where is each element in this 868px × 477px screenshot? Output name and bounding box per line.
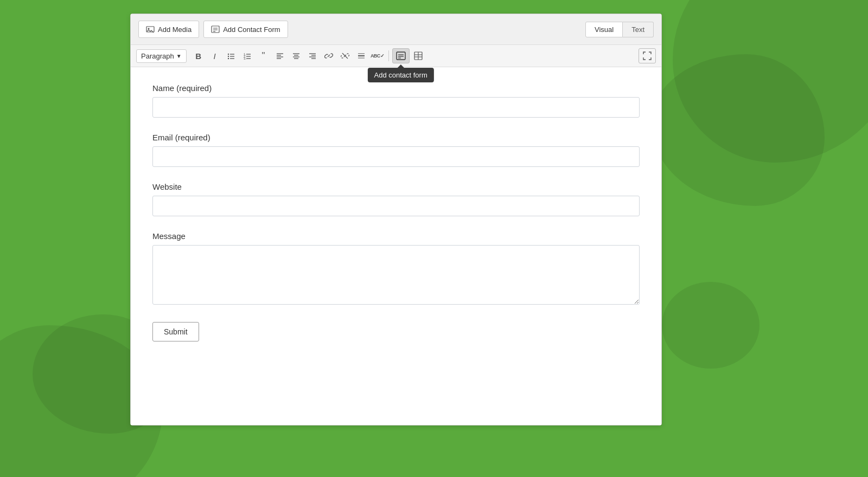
message-field-group: Message [152, 231, 640, 307]
svg-point-10 [227, 58, 228, 59]
contact-form-toolbar-button[interactable] [392, 48, 410, 63]
italic-button[interactable]: I [207, 48, 222, 63]
bg-decoration-5 [662, 282, 760, 369]
align-left-button[interactable] [272, 48, 288, 63]
name-field-group: Name (required) [152, 83, 640, 118]
unlink-button[interactable] [337, 48, 353, 63]
top-toolbar: Add Media Add Contact Form Visual Text [131, 14, 661, 45]
add-media-label: Add Media [158, 25, 192, 34]
editor-tabs: Visual Text [585, 22, 654, 37]
website-input[interactable] [152, 196, 640, 216]
website-field-group: Website [152, 182, 640, 216]
bg-decoration-2 [651, 54, 825, 206]
proofread-button[interactable]: ABC✓ [370, 48, 385, 63]
message-textarea[interactable] [152, 245, 640, 305]
tab-text[interactable]: Text [623, 22, 654, 37]
add-media-icon [146, 25, 155, 34]
add-contact-form-button[interactable]: Add Contact Form [203, 21, 288, 38]
email-label: Email (required) [152, 133, 640, 142]
blockquote-button[interactable]: " [256, 48, 271, 63]
editor-container: Add Media Add Contact Form Visual Text [130, 14, 662, 426]
chevron-down-icon: ▼ [176, 53, 182, 59]
email-field-group: Email (required) [152, 133, 640, 167]
website-label: Website [152, 182, 640, 191]
tab-visual[interactable]: Visual [585, 22, 623, 37]
contact-form-icon [211, 25, 220, 34]
svg-point-6 [227, 54, 228, 55]
add-contact-form-label: Add Contact Form [223, 25, 280, 34]
email-input[interactable] [152, 146, 640, 167]
align-center-button[interactable] [289, 48, 304, 63]
unordered-list-button[interactable] [224, 48, 239, 63]
name-label: Name (required) [152, 83, 640, 93]
align-right-button[interactable] [305, 48, 320, 63]
ordered-list-button[interactable]: 1.2.3. [240, 48, 255, 63]
toolbar-separator [388, 50, 389, 61]
paragraph-select[interactable]: Paragraph ▼ [136, 49, 187, 63]
message-label: Message [152, 231, 640, 241]
editor-content: Name (required) Email (required) Website… [131, 67, 661, 425]
table-button[interactable] [411, 48, 426, 63]
format-toolbar: Paragraph ▼ B I 1.2.3. " [131, 45, 661, 67]
svg-rect-34 [397, 52, 405, 60]
svg-text:3.: 3. [244, 57, 246, 60]
horizontal-rule-button[interactable] [354, 48, 369, 63]
top-toolbar-left: Add Media Add Contact Form [138, 21, 288, 38]
paragraph-select-label: Paragraph [141, 52, 174, 60]
add-media-button[interactable]: Add Media [138, 21, 199, 38]
submit-button[interactable]: Submit [152, 322, 199, 341]
link-button[interactable] [321, 48, 336, 63]
svg-point-1 [148, 28, 150, 30]
fullscreen-button[interactable] [639, 48, 656, 63]
name-input[interactable] [152, 97, 640, 118]
svg-point-8 [227, 56, 228, 57]
bold-button[interactable]: B [191, 48, 206, 63]
contact-form-toolbar-wrapper: Add contact form [392, 48, 410, 63]
